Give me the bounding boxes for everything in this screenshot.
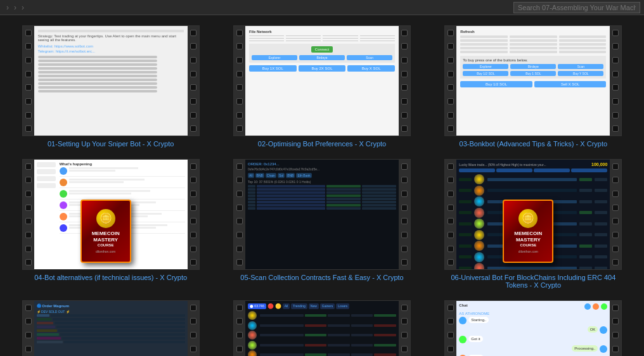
sprocket-right (610, 301, 621, 356)
sprocket-right (610, 26, 621, 136)
sprocket-right (399, 26, 410, 136)
darktable-thumb: ⬤ 63.746 🔴🟡 AllTrendingNewGainersLosers (245, 301, 399, 356)
course-label: Memecoin Mastery COURSE (514, 231, 542, 249)
film-strip-04[interactable]: What's happening (22, 159, 200, 270)
bonkbot2-thumb: Refresh To buy press one of the buttons … (456, 26, 610, 136)
sniper-thumb: Strategy: Test trading at your fingertip… (34, 26, 188, 136)
sprocket-left (234, 160, 245, 269)
thumb-area: ⬤ 63.746 🔴🟡 AllTrendingNewGainersLosers (245, 301, 399, 356)
video-title-03[interactable]: 03-Bonkbot (Advanced Tips & Tricks) - X … (460, 140, 608, 148)
video-title-06[interactable]: 06-Universal Bot For BlockChains Includi… (444, 274, 622, 289)
video-grid: Strategy: Test trading at your fingertip… (0, 15, 644, 356)
sprocket-left (445, 26, 456, 136)
film-strip-08[interactable]: ⬤ 63.746 🔴🟡 AllTrendingNewGainersLosers (233, 300, 411, 356)
video-cell: Refresh To buy press one of the buttons … (428, 20, 639, 154)
course-box-img: 🪙 Memecoin Mastery COURSE dilonthon.com (503, 200, 553, 263)
thumb-area: File Network Connect (245, 26, 399, 136)
course-box-img: 🪙 Memecoin Mastery COURSE dilonthon.com (80, 200, 131, 263)
course-box: 🪙 Memecoin Mastery COURSE dilonthon.com (80, 200, 131, 263)
film-strip-03[interactable]: Refresh To buy press one of the buttons … (444, 25, 622, 136)
bonkbot-thumb: File Network Connect (245, 26, 399, 136)
sprocket-left (234, 26, 245, 136)
video-cell: Lucky Wave trade... (50% of Highest High… (428, 154, 639, 295)
film-strip-05[interactable]: ORDER: 0x1234... 0xfe76c0d4c2e747c0d0c47… (233, 159, 411, 270)
thumb-area: Refresh To buy press one of the buttons … (456, 26, 610, 136)
film-strip-09[interactable]: Chat AS ATHRONOME Starting.. (444, 300, 622, 356)
thumb-area: 🔵 Order Magnum ⚡ DEV SOLD OUT ⚡ (34, 301, 188, 356)
sprocket-left (23, 160, 34, 269)
film-strip-01[interactable]: Strategy: Test trading at your fingertip… (22, 25, 200, 136)
course-box: 🪙 Memecoin Mastery COURSE dilonthon.com (503, 200, 553, 263)
sprocket-right (610, 160, 621, 269)
film-strip-02[interactable]: File Network Connect (233, 25, 411, 136)
search-input[interactable] (513, 2, 640, 13)
video-cell: What's happening (5, 154, 216, 295)
video-cell: 🔵 Order Magnum ⚡ DEV SOLD OUT ⚡ (5, 295, 216, 356)
video-title-04[interactable]: 04-Bot alternatives (if technical issues… (34, 274, 187, 281)
coin-icon: 🪙 (96, 209, 115, 228)
video-title-01[interactable]: 01-Setting Up Your Sniper Bot - X Crypto (48, 140, 174, 148)
video-cell: File Network Connect (216, 20, 427, 154)
sep-1: › (6, 3, 9, 12)
coin-icon: 🪙 (518, 209, 538, 228)
sprocket-right (188, 26, 199, 136)
video-cell: Chat AS ATHRONOME Starting.. (428, 295, 639, 356)
video-cell: Strategy: Test trading at your fingertip… (5, 20, 216, 154)
sprocket-left (234, 301, 245, 356)
course-label: Memecoin Mastery COURSE (92, 231, 120, 249)
sprocket-right (399, 160, 410, 269)
film-strip-06[interactable]: Lucky Wave trade... (50% of Highest High… (444, 159, 622, 270)
video-title-05[interactable]: 05-Scan Collection Contracts Fast & Easy… (240, 274, 403, 281)
video-title-02[interactable]: 02-Optimising Bot Preferences - X Crypto (258, 140, 386, 148)
scan-thumb: ORDER: 0x1234... 0xfe76c0d4c2e747c0d0c47… (245, 160, 399, 269)
topbar-right (508, 2, 640, 13)
sprocket-left (445, 160, 456, 269)
video-cell: ⬤ 63.746 🔴🟡 AllTrendingNewGainersLosers (216, 295, 427, 356)
video-cell: ORDER: 0x1234... 0xfe76c0d4c2e747c0d0c47… (216, 154, 427, 295)
thumb-area: Strategy: Test trading at your fingertip… (34, 26, 188, 136)
sprocket-right (399, 301, 410, 356)
chat-thumb: Chat AS ATHRONOME Starting.. (456, 301, 610, 356)
film-strip-07[interactable]: 🔵 Order Magnum ⚡ DEV SOLD OUT ⚡ (22, 300, 200, 356)
sprocket-right (188, 301, 199, 356)
sep-3: › (22, 3, 24, 12)
thumb-area: ORDER: 0x1234... 0xfe76c0d4c2e747c0d0c47… (245, 160, 399, 269)
thumb-area: Chat AS ATHRONOME Starting.. (456, 301, 610, 356)
topbar: › › › (0, 0, 644, 15)
sep-2: › (14, 3, 16, 12)
sprocket-left (23, 301, 34, 356)
sprocket-right (188, 160, 199, 269)
telegram-thumb: 🔵 Order Magnum ⚡ DEV SOLD OUT ⚡ (34, 301, 188, 356)
sprocket-left (23, 26, 34, 136)
sprocket-left (445, 301, 456, 356)
